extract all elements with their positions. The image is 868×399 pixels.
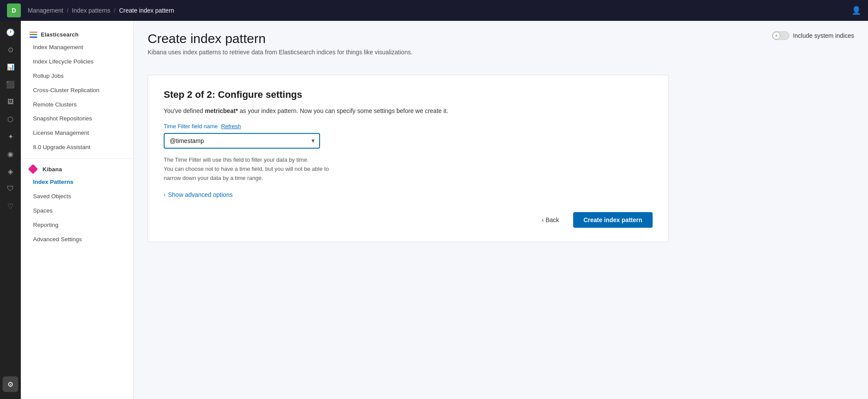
elasticsearch-nav-items: Index Management Index Lifecycle Policie… (21, 40, 133, 155)
topbar-right: 👤 (851, 6, 861, 15)
back-button[interactable]: ‹ Back (533, 212, 568, 228)
index-pattern-name: metricbeat* (205, 107, 238, 114)
nav-snapshot-repositories[interactable]: Snapshot Repositories (21, 112, 133, 126)
sidebar-visualize-icon[interactable]: 📊 (3, 59, 18, 75)
helper-text: The Time Filter will use this field to f… (164, 156, 653, 183)
refresh-link[interactable]: Refresh (221, 123, 241, 130)
sidebar-uptime-icon[interactable]: ♡ (3, 198, 18, 214)
page-subtitle: Kibana uses index patterns to retrieve d… (148, 49, 413, 56)
kibana-section-header: Kibana (21, 162, 133, 175)
elasticsearch-section-header: Elasticsearch (21, 28, 133, 40)
step-title: Step 2 of 2: Configure settings (164, 89, 653, 100)
nav-license-management[interactable]: License Management (21, 126, 133, 140)
chevron-left-icon: ‹ (542, 216, 544, 223)
nav-cross-cluster-replication[interactable]: Cross-Cluster Replication (21, 83, 133, 98)
nav-reporting[interactable]: Reporting (21, 218, 133, 233)
breadcrumb-index-patterns[interactable]: Index patterns (72, 7, 111, 14)
nav-index-management[interactable]: Index Management (21, 40, 133, 55)
kibana-nav-items: Index Patterns Saved Objects Spaces Repo… (21, 175, 133, 246)
logo-avatar: D (7, 3, 21, 17)
breadcrumb-management[interactable]: Management (28, 7, 63, 14)
nav-index-lifecycle-policies[interactable]: Index Lifecycle Policies (21, 55, 133, 69)
card-footer: ‹ Back Create index pattern (164, 212, 653, 228)
create-index-pattern-button[interactable]: Create index pattern (573, 212, 653, 228)
topbar: D Management / Index patterns / Create i… (0, 0, 868, 21)
include-system-indices-toggle-row: × Include system indices (772, 31, 854, 40)
sidebar-dashboard-icon[interactable]: ⬛ (3, 76, 18, 92)
time-filter-label-row: Time Filter field name Refresh (164, 123, 653, 130)
nav-divider (21, 158, 133, 159)
page-title-group: Create index pattern Kibana uses index p… (148, 31, 413, 66)
page-header: Create index pattern Kibana uses index p… (148, 31, 854, 66)
sidebar-siem-icon[interactable]: 🛡 (3, 181, 18, 196)
kibana-icon (30, 166, 36, 173)
nav-index-patterns[interactable]: Index Patterns (21, 175, 133, 190)
sidebar-canvas-icon[interactable]: 🖼 (3, 94, 18, 110)
chevron-right-icon: › (164, 192, 165, 198)
page-title: Create index pattern (148, 31, 413, 46)
include-system-toggle[interactable]: × (772, 31, 789, 40)
time-filter-select[interactable]: @timestamp (164, 133, 320, 149)
step-card: Step 2 of 2: Configure settings You've d… (148, 75, 669, 242)
nav-remote-clusters[interactable]: Remote Clusters (21, 98, 133, 112)
content-area: Create index pattern Kibana uses index p… (134, 21, 868, 399)
sidebar-maps-icon[interactable]: ⬡ (3, 111, 18, 127)
nav-saved-objects[interactable]: Saved Objects (21, 190, 133, 204)
sidebar-apm-icon[interactable]: ◈ (3, 163, 18, 179)
time-filter-select-wrap: @timestamp ▼ (164, 133, 320, 149)
nav-rollup-jobs[interactable]: Rollup Jobs (21, 69, 133, 83)
nav-upgrade-assistant[interactable]: 8.0 Upgrade Assistant (21, 140, 133, 155)
nav-sidebar: Elasticsearch Index Management Index Lif… (21, 21, 134, 399)
sidebar-management-icon[interactable]: ⚙ (3, 376, 18, 392)
user-icon[interactable]: 👤 (851, 6, 861, 15)
include-system-label: Include system indices (793, 32, 854, 39)
elasticsearch-icon (30, 32, 37, 38)
nav-advanced-settings[interactable]: Advanced Settings (21, 233, 133, 247)
nav-spaces[interactable]: Spaces (21, 204, 133, 218)
sidebar-graph-icon[interactable]: ◉ (3, 146, 18, 162)
toggle-switch[interactable]: × (772, 31, 789, 40)
step-description: You've defined metricbeat* as your index… (164, 107, 653, 114)
sidebar-clock-icon[interactable]: 🕐 (3, 24, 18, 40)
icon-sidebar: 🕐 ⊙ 📊 ⬛ 🖼 ⬡ ✦ ◉ ◈ 🛡 ♡ ⚙ (0, 21, 21, 399)
time-filter-label: Time Filter field name (164, 123, 218, 130)
sidebar-ml-icon[interactable]: ✦ (3, 129, 18, 144)
breadcrumb-current: Create index pattern (119, 7, 174, 14)
show-advanced-options[interactable]: › Show advanced options (164, 191, 653, 198)
sidebar-discover-icon[interactable]: ⊙ (3, 42, 18, 57)
toggle-knob: × (772, 32, 780, 40)
breadcrumb: Management / Index patterns / Create ind… (28, 7, 174, 14)
